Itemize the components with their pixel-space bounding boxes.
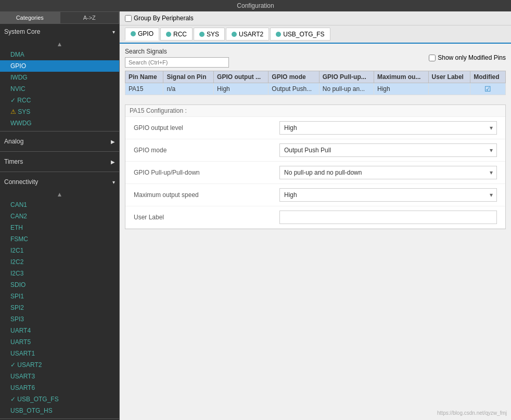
sidebar-item-fsmc[interactable]: FSMC (0, 233, 119, 245)
system-core-label: System Core (4, 28, 40, 35)
sidebar-item-gpio[interactable]: GPIO (0, 60, 119, 72)
select-gpio-output-level[interactable]: Low High (279, 121, 497, 135)
tab-rcc[interactable]: RCC (160, 28, 193, 41)
tab-gpio-label: GPIO (138, 30, 154, 37)
sidebar-item-usart1[interactable]: USART1 (0, 348, 119, 359)
search-signals-label: Search Signals (125, 48, 229, 55)
connectivity-label: Connectivity (4, 178, 38, 186)
config-row-gpio-pullup: GPIO Pull-up/Pull-down No pull-up and no… (125, 162, 505, 184)
tab-usb-otg-fs[interactable]: USB_OTG_FS (270, 28, 330, 41)
usart2-dot (232, 32, 237, 37)
col-pin-name[interactable]: Pin Name (125, 71, 163, 83)
connectivity-chevron: ▾ (112, 179, 115, 185)
sidebar-tabs: Categories A->Z (0, 11, 119, 24)
input-user-label[interactable] (279, 211, 497, 224)
top-bar: Configuration (0, 0, 511, 11)
signals-section: Search Signals Show only Modified Pins P… (120, 44, 511, 99)
connectivity-scroll-up[interactable]: ▲ (0, 190, 119, 199)
tab-rcc-label: RCC (173, 31, 187, 38)
search-input[interactable] (125, 57, 229, 68)
divider-3 (0, 172, 119, 172)
sidebar-item-rcc[interactable]: RCC (0, 95, 119, 106)
top-bar-title: Configuration (237, 2, 274, 9)
show-modified-area: Show only Modified Pins (429, 54, 506, 61)
sidebar-section-connectivity[interactable]: Connectivity ▾ (0, 174, 119, 190)
cell-signal-on-pin: n/a (163, 83, 214, 95)
tab-usart2[interactable]: USART2 (226, 28, 269, 41)
sidebar-section-analog[interactable]: Analog ▶ (0, 134, 119, 149)
signals-header: Search Signals Show only Modified Pins (125, 48, 506, 68)
tab-sys[interactable]: SYS (194, 28, 225, 41)
sidebar-item-i2c2[interactable]: I2C2 (0, 256, 119, 268)
tab-a-z[interactable]: A->Z (60, 11, 120, 24)
sidebar-item-can2[interactable]: CAN2 (0, 211, 119, 222)
sys-dot (199, 32, 205, 37)
tab-categories[interactable]: Categories (0, 11, 60, 24)
system-core-scroll-up[interactable]: ▲ (0, 40, 119, 49)
col-max-output[interactable]: Maximum ou... (374, 71, 429, 83)
col-gpio-output[interactable]: GPIO output ... (214, 71, 269, 83)
sidebar-item-uart5[interactable]: UART5 (0, 336, 119, 348)
group-by-peripherals-checkbox[interactable] (125, 15, 132, 22)
sidebar-item-spi2[interactable]: SPI2 (0, 302, 119, 313)
tab-gpio[interactable]: GPIO (125, 28, 159, 41)
cell-gpio-pullup: No pull-up an... (319, 83, 374, 95)
cell-gpio-mode: Output Push... (269, 83, 319, 95)
sidebar-item-wwdg[interactable]: WWDG (0, 117, 119, 129)
sidebar-item-uart4[interactable]: UART4 (0, 325, 119, 336)
analog-label: Analog (4, 138, 23, 145)
sidebar-item-spi3[interactable]: SPI3 (0, 313, 119, 325)
sidebar-item-i2c1[interactable]: I2C1 (0, 245, 119, 256)
label-gpio-pullup: GPIO Pull-up/Pull-down (134, 169, 279, 176)
sidebar-section-system-core[interactable]: System Core ▾ (0, 24, 119, 40)
col-modified[interactable]: Modified (470, 71, 506, 83)
config-row-user-label: User Label (125, 206, 505, 229)
col-user-label[interactable]: User Label (428, 71, 470, 83)
table-header-row: Pin Name Signal on Pin GPIO output ... G… (125, 71, 506, 83)
watermark: https://blog.csdn.net/qyzw_fmj (437, 410, 507, 416)
sidebar-item-i2c3[interactable]: I2C3 (0, 268, 119, 279)
select-wrapper-gpio-mode: Output Push Pull Output Open Drain (279, 143, 497, 157)
tab-usart2-label: USART2 (239, 31, 263, 38)
usb-otg-dot (276, 32, 281, 37)
sidebar-section-timers[interactable]: Timers ▶ (0, 154, 119, 169)
modified-checkmark: ☑ (484, 85, 491, 93)
sidebar-item-usart6[interactable]: USART6 (0, 382, 119, 393)
timers-label: Timers (4, 158, 23, 165)
divider-1 (0, 131, 119, 132)
sidebar-item-eth[interactable]: ETH (0, 222, 119, 233)
select-gpio-pullup[interactable]: No pull-up and no pull-down Pull-up Pull… (279, 166, 497, 179)
select-gpio-mode[interactable]: Output Push Pull Output Open Drain (279, 143, 497, 157)
sidebar-item-usart2[interactable]: USART2 (0, 359, 119, 371)
sidebar-item-usb-otg-fs[interactable]: USB_OTG_FS (0, 393, 119, 405)
sidebar-item-nvic[interactable]: NVIC (0, 83, 119, 95)
sidebar-item-usart3[interactable]: USART3 (0, 371, 119, 382)
sidebar-item-sdio[interactable]: SDIO (0, 279, 119, 291)
divider-4 (0, 418, 119, 419)
label-max-output-speed: Maximum output speed (134, 191, 279, 199)
config-row-gpio-output-level: GPIO output level Low High (125, 117, 505, 139)
signals-table: Pin Name Signal on Pin GPIO output ... G… (125, 71, 506, 95)
sidebar-item-sys[interactable]: SYS (0, 106, 119, 117)
table-row[interactable]: PA15 n/a High Output Push... No pull-up … (125, 83, 506, 95)
sidebar-item-spi1[interactable]: SPI1 (0, 291, 119, 302)
sidebar: Categories A->Z System Core ▾ ▲ DMA GPIO… (0, 11, 120, 420)
system-core-chevron: ▾ (112, 29, 115, 35)
show-modified-checkbox[interactable] (429, 55, 436, 61)
col-gpio-pullup[interactable]: GPIO Pull-up... (319, 71, 374, 83)
cell-max-output: High (374, 83, 429, 95)
cell-user-label (428, 83, 470, 95)
col-gpio-mode[interactable]: GPIO mode (269, 71, 319, 83)
sidebar-item-iwdg[interactable]: IWDG (0, 72, 119, 83)
select-wrapper-max-output-speed: Low Medium High Very High (279, 188, 497, 202)
timers-chevron: ▶ (111, 159, 115, 165)
config-row-gpio-mode: GPIO mode Output Push Pull Output Open D… (125, 139, 505, 162)
col-signal-on-pin[interactable]: Signal on Pin (163, 71, 214, 83)
sidebar-item-can1[interactable]: CAN1 (0, 199, 119, 211)
pa15-config: PA15 Configuration : GPIO output level L… (125, 104, 506, 229)
select-max-output-speed[interactable]: Low Medium High Very High (279, 188, 497, 202)
sidebar-item-usb-otg-hs[interactable]: USB_OTG_HS (0, 405, 119, 416)
signals-table-scroll: Pin Name Signal on Pin GPIO output ... G… (125, 71, 506, 95)
sidebar-item-dma[interactable]: DMA (0, 49, 119, 60)
group-by-peripherals-label[interactable]: Group By Peripherals (125, 15, 194, 22)
